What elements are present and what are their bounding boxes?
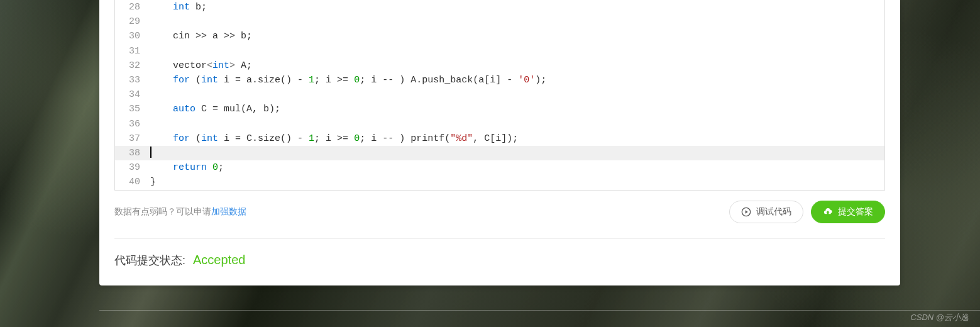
code-line[interactable]: 28 int b; (115, 0, 884, 14)
line-content: int b; (146, 0, 207, 14)
text-cursor (150, 147, 151, 158)
code-line[interactable]: 37 for (int i = C.size() - 1; i >= 0; i … (115, 131, 884, 146)
line-content (146, 14, 156, 29)
line-number: 29 (115, 14, 146, 29)
page-divider (99, 310, 980, 311)
code-line[interactable]: 30 cin >> a >> b; (115, 29, 884, 43)
code-line[interactable]: 34 (115, 87, 884, 102)
debug-button[interactable]: 调试代码 (729, 201, 803, 223)
code-line[interactable]: 36 (115, 117, 884, 131)
code-line[interactable]: 40} (115, 175, 884, 189)
line-content (146, 87, 156, 102)
code-line[interactable]: 35 auto C = mul(A, b); (115, 102, 884, 116)
status-label: 代码提交状态: (114, 253, 185, 268)
code-line[interactable]: 29 (115, 14, 884, 29)
line-number: 34 (115, 87, 146, 102)
line-number: 31 (115, 44, 146, 58)
code-line[interactable]: 39 return 0; (115, 160, 884, 175)
line-content: } (146, 175, 156, 189)
line-content: cin >> a >> b; (146, 29, 252, 43)
line-content (146, 117, 156, 131)
line-content (146, 146, 151, 160)
code-line[interactable]: 38 (115, 146, 884, 160)
button-group: 调试代码 提交答案 (729, 201, 885, 223)
code-editor[interactable]: 28 int b;29 30 cin >> a >> b;31 32 vecto… (114, 0, 885, 191)
line-content: vector<int> A; (146, 58, 252, 73)
code-line[interactable]: 31 (115, 44, 884, 58)
line-content: for (int i = a.size() - 1; i >= 0; i -- … (146, 73, 546, 87)
line-number: 32 (115, 58, 146, 73)
submit-label: 提交答案 (838, 206, 873, 218)
line-number: 36 (115, 117, 146, 131)
line-number: 28 (115, 0, 146, 14)
line-number: 30 (115, 29, 146, 43)
editor-footer: 数据有点弱吗？可以申请加强数据 调试代码 提交答案 (99, 196, 900, 238)
line-number: 35 (115, 102, 146, 116)
cloud-upload-icon (823, 207, 833, 217)
code-line[interactable]: 32 vector<int> A; (115, 58, 884, 73)
code-line[interactable]: 33 for (int i = a.size() - 1; i >= 0; i … (115, 73, 884, 87)
line-content: return 0; (146, 160, 224, 175)
strengthen-data-link[interactable]: 加强数据 (211, 206, 246, 216)
line-content (146, 44, 156, 58)
line-content: for (int i = C.size() - 1; i >= 0; i -- … (146, 131, 518, 146)
line-number: 39 (115, 160, 146, 175)
weak-data-text: 数据有点弱吗？可以申请 (114, 206, 211, 216)
submission-status: 代码提交状态: Accepted (99, 239, 900, 285)
line-number: 33 (115, 73, 146, 87)
debug-label: 调试代码 (756, 206, 791, 218)
status-value: Accepted (193, 253, 245, 267)
weak-data-notice: 数据有点弱吗？可以申请加强数据 (114, 206, 246, 218)
line-number: 38 (115, 146, 146, 160)
line-number: 40 (115, 175, 146, 189)
play-circle-icon (741, 207, 751, 217)
submit-button[interactable]: 提交答案 (811, 201, 885, 223)
line-number: 37 (115, 131, 146, 146)
line-content: auto C = mul(A, b); (146, 102, 280, 116)
main-panel: 28 int b;29 30 cin >> a >> b;31 32 vecto… (99, 0, 900, 285)
watermark: CSDN @云小逸 (910, 312, 969, 323)
